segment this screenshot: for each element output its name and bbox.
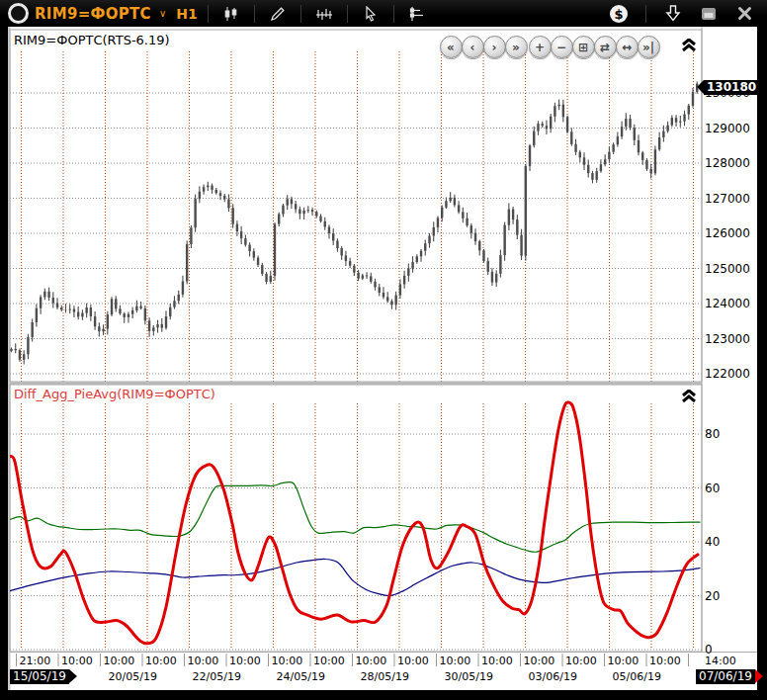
nav-scroll-fast-forward-button[interactable]: » bbox=[505, 36, 528, 58]
date-axis-label: 20/05/19 bbox=[109, 670, 157, 683]
nav-auto-scale-button[interactable]: ↔ bbox=[616, 36, 639, 58]
date-badge: 15/05/19 bbox=[10, 669, 69, 684]
time-axis-label: 10:00 bbox=[649, 655, 681, 667]
nav-scroll-fast-back-button[interactable]: « bbox=[440, 36, 463, 58]
nav-zoom-in-button[interactable]: + bbox=[529, 36, 552, 58]
price-axis-label: 126000 bbox=[705, 226, 750, 240]
last-price-badge: 130180 bbox=[704, 80, 759, 95]
price-axis-label: 127000 bbox=[705, 192, 750, 206]
time-axis-label: 10:00 bbox=[481, 655, 513, 667]
nav-compress-scale-button[interactable]: ⇄ bbox=[594, 36, 617, 58]
nav-go-to-end-button[interactable]: »| bbox=[638, 36, 660, 58]
time-axis-label: 10:00 bbox=[440, 655, 471, 667]
collapse-main-panel-icon[interactable] bbox=[682, 37, 696, 49]
time-axis-label: 10:00 bbox=[608, 655, 639, 667]
time-axis-label: 10:00 bbox=[188, 655, 219, 667]
price-axis-label: 125000 bbox=[705, 262, 750, 276]
nav-zoom-out-button[interactable]: − bbox=[551, 36, 573, 58]
time-axis-label: 10:00 bbox=[145, 655, 177, 667]
collapse-indicator-panel-icon[interactable] bbox=[682, 388, 696, 400]
price-axis-label: 123000 bbox=[705, 332, 750, 346]
date-axis-label: 28/05/19 bbox=[361, 670, 409, 683]
price-axis-label: 128000 bbox=[705, 156, 750, 170]
indicator-axis-label: 20 bbox=[705, 589, 720, 603]
time-axis-label: 10:00 bbox=[397, 655, 429, 667]
time-axis-label: 21:00 bbox=[20, 655, 51, 667]
main-panel-title: RIM9=ФОРТС(RTS-6.19) bbox=[14, 33, 170, 47]
indicator-axis-label: 60 bbox=[705, 481, 720, 495]
indicator-axis-label: 40 bbox=[705, 535, 720, 549]
price-axis-label: 124000 bbox=[705, 297, 750, 310]
time-axis-label: 10:00 bbox=[313, 655, 345, 667]
date-axis-label: 03/06/19 bbox=[529, 670, 577, 683]
badge-arrow-left bbox=[697, 80, 704, 94]
date-axis-label: 24/05/19 bbox=[277, 670, 325, 683]
date-axis-label: 05/06/19 bbox=[613, 670, 661, 683]
time-axis-label: 10:00 bbox=[524, 655, 555, 667]
time-axis-label: 10:00 bbox=[272, 655, 303, 667]
time-axis-label: 14:00 bbox=[705, 655, 736, 667]
nav-scroll-back-button[interactable]: ‹ bbox=[462, 36, 484, 58]
time-axis-label: 10:00 bbox=[104, 655, 135, 667]
nav-zoom-box-button[interactable]: ⊞ bbox=[572, 36, 595, 58]
time-axis-label: 10:00 bbox=[61, 655, 93, 667]
indicator-panel-title: Diff_Agg_PieAvg(RIM9=ФОРТС) bbox=[14, 387, 215, 401]
time-axis-label: 10:00 bbox=[229, 655, 261, 667]
date-badge: 07/06/19 bbox=[696, 669, 755, 684]
chart-window: RIM9=ФОРТС ∨ H1 bbox=[0, 0, 767, 700]
time-axis-label: 10:00 bbox=[565, 655, 597, 667]
price-axis-label: 122000 bbox=[705, 367, 750, 381]
date-axis-label: 22/05/19 bbox=[193, 670, 241, 683]
chart-canvas[interactable] bbox=[0, 0, 767, 700]
indicator-axis-label: 80 bbox=[705, 427, 720, 441]
date-axis-label: 30/05/19 bbox=[445, 670, 493, 683]
price-axis-label: 129000 bbox=[705, 122, 750, 135]
nav-scroll-forward-button[interactable]: › bbox=[483, 36, 506, 58]
time-axis-label: 10:00 bbox=[356, 655, 387, 667]
